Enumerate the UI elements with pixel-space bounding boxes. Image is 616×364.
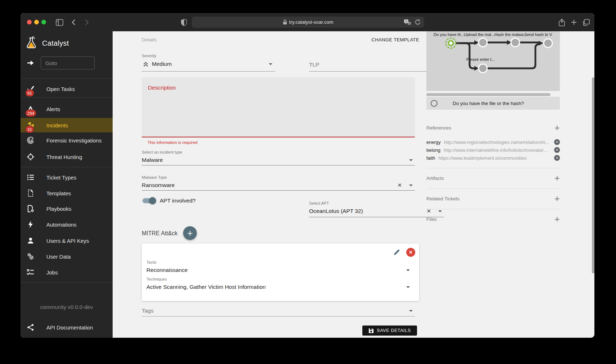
mitre-add-button[interactable]: + [183, 226, 197, 240]
related-tickets-add-icon[interactable]: + [554, 195, 560, 202]
crosshair-icon [27, 153, 35, 161]
minimize-window-button[interactable] [34, 20, 39, 24]
version-label: community v0.0.0-dev [21, 304, 113, 310]
sidebar-item-alerts[interactable]: 294 Alerts [21, 102, 113, 116]
alerts-badge: 294 [25, 109, 36, 117]
lightning-bolt-icon [27, 220, 35, 228]
main-content: Details CHANGE TEMPLATE Severity Medium [113, 31, 594, 338]
sidebar-toggle-icon[interactable] [55, 18, 64, 27]
goto-input[interactable] [41, 56, 95, 69]
reference-remove-icon[interactable]: ✕ [554, 139, 560, 145]
app-name: Catalyst [42, 39, 69, 47]
apt-select-label: Select APT [309, 201, 444, 205]
gears-icon [27, 252, 35, 260]
warning-icon: 294 [27, 105, 35, 113]
forward-icon[interactable] [82, 18, 91, 27]
mitre-card: ✕ Tactic Reconnaissance Techniques Activ… [142, 244, 419, 301]
reload-icon[interactable] [415, 19, 421, 25]
playbook-node-upload[interactable] [479, 38, 487, 47]
reference-link[interactable]: http://www.regionaltechnologies.name/rel… [444, 140, 551, 145]
close-window-button[interactable] [27, 20, 32, 24]
fingerprint-icon [27, 136, 35, 144]
url-bar[interactable]: try.catalyst-soar.com Aa [192, 17, 424, 28]
share-icon[interactable] [557, 18, 566, 27]
apt-toggle-label: APT involved? [160, 197, 196, 204]
tab-overview-icon[interactable] [582, 18, 590, 27]
open-tasks-badge: 91 [25, 89, 34, 97]
incident-type-field[interactable]: Select an incident type Malware [142, 150, 415, 164]
sidebar-item-users-api-keys[interactable]: Users & API Keys [21, 233, 113, 248]
reference-remove-icon[interactable]: ✕ [554, 155, 560, 161]
zoom-window-button[interactable] [41, 20, 46, 24]
artifacts-header: Artifacts + [426, 174, 560, 182]
url-text: try.catalyst-soar.com [289, 19, 334, 25]
sidebar-item-templates[interactable]: Templates [21, 186, 113, 200]
description-label: Description [148, 85, 176, 91]
tlp-field[interactable]: TLP [309, 54, 444, 69]
playbook-node-send[interactable] [544, 39, 552, 47]
app-logo-row[interactable]: Catalyst [21, 35, 113, 51]
severity-field[interactable]: Severity Medium [142, 54, 275, 68]
node-label-3: Send hash to V [524, 32, 552, 37]
page-vertical-scrollbar[interactable] [592, 77, 594, 273]
tags-dropdown-icon[interactable] [409, 310, 413, 312]
save-details-button[interactable]: SAVE DETAILS [362, 326, 417, 336]
change-template-button[interactable]: CHANGE TEMPLATE [371, 37, 419, 42]
techniques-value: Active Scanning, Gather Victim Host Info… [146, 284, 266, 290]
apt-select-field[interactable]: Select APT OceanLotus (APT 32) ✕ [309, 201, 444, 215]
user-icon [27, 237, 35, 245]
sidebar-item-jobs[interactable]: Jobs [21, 265, 113, 279]
apt-select-dropdown-icon[interactable] [438, 210, 442, 212]
sidebar-item-user-data[interactable]: User Data [21, 249, 113, 264]
sidebar-item-incidents[interactable]: 31 Incidents [21, 118, 113, 132]
techniques-dropdown-icon[interactable] [406, 286, 410, 288]
reference-link[interactable]: http://www.internalredefine.info/holisti… [444, 147, 551, 153]
sidebar-item-playbooks[interactable]: Playbooks [21, 201, 113, 216]
jobs-checklist-icon [27, 268, 35, 276]
incident-type-dropdown-icon[interactable] [409, 159, 413, 161]
playbook-task-row[interactable]: Do you have the file or the hash? [426, 97, 560, 110]
back-icon[interactable] [69, 18, 78, 27]
browser-window: try.catalyst-soar.com Aa [21, 13, 594, 338]
task-radio-icon[interactable] [431, 100, 438, 107]
incident-type-value: Malware [142, 157, 163, 163]
incident-type-label: Select an incident type [142, 150, 415, 154]
malware-type-label: Malware Type [142, 175, 415, 179]
tactic-field[interactable]: Tactic Reconnaissance [146, 260, 413, 274]
new-tab-icon[interactable] [570, 18, 578, 27]
graph-horizontal-scrollbar[interactable] [426, 93, 551, 96]
node-label-2: Hash the malwa... [494, 32, 527, 37]
sidebar-item-open-tasks[interactable]: 91 Open Tasks [21, 82, 113, 96]
files-add-icon[interactable]: + [554, 215, 560, 223]
save-floppy-icon [368, 328, 374, 333]
tags-field[interactable]: Tags [142, 307, 415, 315]
lock-icon [283, 19, 287, 25]
description-textarea[interactable]: Description [142, 77, 415, 137]
sidebar-item-threat-hunting[interactable]: Threat Hunting [21, 150, 113, 164]
apt-involved-toggle[interactable] [142, 198, 155, 203]
playbook-node-hash[interactable] [511, 38, 520, 47]
techniques-field[interactable]: Techniques Active Scanning, Gather Victi… [146, 277, 413, 291]
sidebar-item-api-documentation[interactable]: API Documentation [21, 320, 113, 335]
malware-type-dropdown-icon[interactable] [409, 185, 413, 186]
reference-remove-icon[interactable]: ✕ [554, 147, 560, 153]
translate-icon[interactable]: Aa [404, 19, 411, 26]
playbook-node-enter[interactable] [479, 64, 487, 73]
sidebar-item-ticket-types[interactable]: Ticket Types [21, 170, 113, 185]
reference-link[interactable]: https://www.leadimplement.io/communities [439, 155, 551, 161]
mitre-remove-icon[interactable]: ✕ [406, 248, 415, 257]
mitre-edit-pencil-icon[interactable] [393, 249, 400, 256]
description-error: This information is required [148, 140, 198, 145]
sidebar-item-automations[interactable]: Automations [21, 217, 113, 232]
related-tickets-header: Related Tickets + [426, 195, 560, 202]
playbook-node-start[interactable] [446, 38, 456, 48]
malware-type-clear-icon[interactable]: ✕ [397, 182, 402, 188]
privacy-shield-icon[interactable] [180, 18, 188, 27]
severity-dropdown-icon[interactable] [269, 63, 272, 65]
playbook-graph[interactable]: Do you have th... Upload the mal... Hash… [426, 31, 560, 91]
artifacts-add-icon[interactable]: + [554, 174, 560, 182]
malware-type-field[interactable]: Malware Type Ransomware ✕ [142, 175, 415, 189]
sidebar-item-forensic-investigations[interactable]: Forensic Investigations [21, 133, 113, 147]
tactic-dropdown-icon[interactable] [406, 269, 410, 271]
references-add-icon[interactable]: + [554, 124, 560, 131]
